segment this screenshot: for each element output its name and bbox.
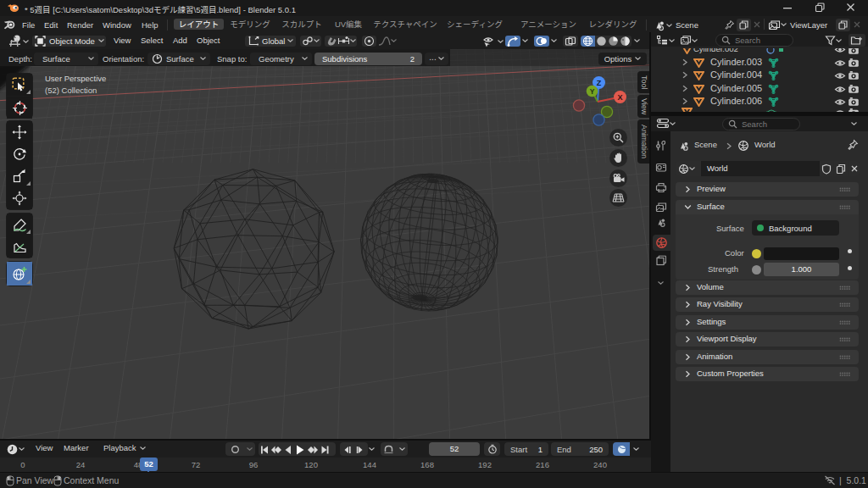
svg-text:X: X	[617, 93, 622, 102]
svg-text:Y: Y	[590, 87, 595, 96]
svg-text:Z: Z	[597, 79, 602, 87]
